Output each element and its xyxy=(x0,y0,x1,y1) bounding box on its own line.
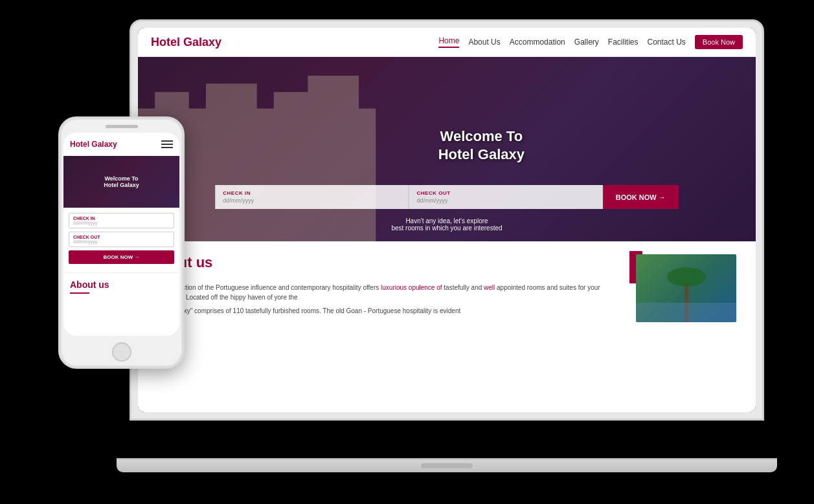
phone-hero: Welcome To Hotel Galaxy xyxy=(63,156,179,208)
laptop-screen-bezel: Hotel Galaxy Home About Us Accommodation… xyxy=(138,28,756,412)
laptop-checkin-field[interactable]: CHECK IN dd/mm/yyyy xyxy=(215,185,409,209)
laptop-about-section: About us A true reflection of the Portug… xyxy=(138,241,756,412)
palm-leaves xyxy=(667,267,706,287)
laptop-body: Hotel Galaxy Home About Us Accommodation… xyxy=(130,19,764,421)
phone-home-button[interactable] xyxy=(112,342,131,362)
hamburger-line-2 xyxy=(161,144,173,145)
phone-checkout-label: CHECK OUT xyxy=(73,235,170,239)
checkout-label: CHECK OUT xyxy=(417,190,594,196)
phone-device: Hotel Galaxy Welcome To Hotel Galaxy xyxy=(58,116,185,369)
phone-about-heading: About us xyxy=(70,279,173,290)
about-image-main xyxy=(636,254,736,322)
phone-checkin-label: CHECK IN xyxy=(73,216,170,221)
about-para1: A true reflection of the Portuguese infl… xyxy=(151,283,616,302)
about-text: About us A true reflection of the Portug… xyxy=(151,254,616,399)
phone-hamburger-button[interactable] xyxy=(161,140,173,148)
phone-checkin-field[interactable]: CHECK IN dd/mm/yyyy xyxy=(69,213,174,228)
hero-text-box: Welcome To Hotel Galaxy xyxy=(438,127,525,164)
hamburger-line-1 xyxy=(161,140,173,142)
phone-book-now-button[interactable]: BOOK NOW → xyxy=(69,250,174,264)
phone-nav: Hotel Galaxy xyxy=(63,133,179,156)
phone-logo: Hotel Galaxy xyxy=(70,140,117,149)
phone-about-underline xyxy=(70,292,89,294)
scene: Hotel Galaxy Home About Us Accommodation… xyxy=(0,0,814,504)
laptop-nav-links: Home About Us Accommodation Gallery Faci… xyxy=(438,35,743,49)
phone-checkout-value: dd/mm/yyyy xyxy=(73,239,170,244)
laptop-nav: Hotel Galaxy Home About Us Accommodation… xyxy=(138,28,756,57)
about-para2: "Hotel Galaxy" comprises of 110 tasteful… xyxy=(151,306,616,316)
phone-body: Hotel Galaxy Welcome To Hotel Galaxy xyxy=(58,116,185,369)
about-image xyxy=(629,254,743,329)
nav-item-facilities[interactable]: Facilities xyxy=(608,38,639,47)
phone-booking: CHECK IN dd/mm/yyyy CHECK OUT dd/mm/yyyy… xyxy=(63,208,179,269)
laptop-checkout-field[interactable]: CHECK OUT dd/mm/yyyy xyxy=(409,185,603,209)
hamburger-line-3 xyxy=(161,147,173,148)
laptop-base xyxy=(117,458,777,472)
hero-title: Welcome To Hotel Galaxy xyxy=(438,127,525,164)
checkout-value: dd/mm/yyyy xyxy=(417,197,594,204)
phone-hero-text: Welcome To Hotel Galaxy xyxy=(104,175,139,188)
laptop-device: Hotel Galaxy Home About Us Accommodation… xyxy=(130,19,764,472)
laptop-hero: Welcome To Hotel Galaxy CHECK IN dd/mm/y… xyxy=(138,57,756,241)
phone-checkout-field[interactable]: CHECK OUT dd/mm/yyyy xyxy=(69,232,174,247)
phone-about-section: About us xyxy=(63,272,179,300)
nav-item-about[interactable]: About Us xyxy=(468,38,500,47)
laptop-booking-bar: CHECK IN dd/mm/yyyy CHECK OUT dd/mm/yyyy… xyxy=(215,185,679,209)
phone-screen: Hotel Galaxy Welcome To Hotel Galaxy xyxy=(63,133,179,336)
laptop-logo: Hotel Galaxy xyxy=(151,36,221,49)
nav-item-accommodation[interactable]: Accommodation xyxy=(510,38,565,47)
laptop-book-now-button[interactable]: BOOK NOW → xyxy=(603,185,679,209)
hero-tagline: Havn't any idea, let's explore best room… xyxy=(138,217,756,232)
phone-checkin-value: dd/mm/yyyy xyxy=(73,221,170,225)
checkin-value: dd/mm/yyyy xyxy=(223,197,400,204)
checkin-label: CHECK IN xyxy=(223,190,400,196)
nav-item-home[interactable]: Home xyxy=(438,36,459,48)
nav-book-now-button[interactable]: Book Now xyxy=(695,35,743,49)
pool-reflection xyxy=(636,303,736,322)
nav-item-gallery[interactable]: Gallery xyxy=(574,38,599,47)
nav-item-contact[interactable]: Contact Us xyxy=(648,38,686,47)
laptop-website: Hotel Galaxy Home About Us Accommodation… xyxy=(138,28,756,412)
about-heading: About us xyxy=(151,254,616,271)
phone-speaker xyxy=(106,125,138,128)
